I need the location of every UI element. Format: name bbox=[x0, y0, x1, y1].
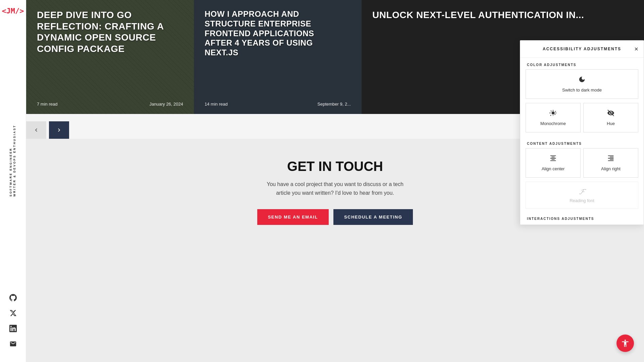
contact-subtitle: You have a cool project that you want to… bbox=[265, 180, 406, 197]
meeting-button[interactable]: SCHEDULE A MEETING bbox=[333, 209, 413, 225]
hue-button[interactable]: Hue bbox=[583, 103, 638, 132]
email-button[interactable]: SEND ME AN EMAIL bbox=[257, 209, 329, 225]
panel-title: ACCESSIBILITY ADJUSTMENTS bbox=[543, 47, 621, 51]
reading-font-container: 𝓕 Reading font bbox=[520, 182, 644, 213]
card-1-title: DEEP DIVE INTO GO REFLECTION: CRAFTING A… bbox=[37, 9, 168, 54]
align-right-button[interactable]: Align right bbox=[583, 148, 638, 178]
card-2-date: September 9, 2... bbox=[317, 102, 351, 107]
contact-title: GET IN TOUCH bbox=[287, 159, 383, 174]
color-section-label: COLOR ADJUSTMENTS bbox=[520, 58, 644, 69]
dark-mode-container: Switch to dark mode bbox=[520, 69, 644, 103]
card-2-read-time: 14 min read bbox=[205, 102, 228, 107]
accessibility-panel: ACCESSIBILITY ADJUSTMENTS × COLOR ADJUST… bbox=[520, 40, 644, 225]
align-right-label: Align right bbox=[601, 166, 621, 171]
card-2-title: HOW I APPROACH AND STRUCTURE ENTERPRISE … bbox=[205, 9, 336, 58]
hue-label: Hue bbox=[607, 121, 615, 126]
sidebar: <JM/> SOFTWARE ENGINEER WRITER & DEVOPS … bbox=[0, 0, 26, 362]
monochrome-icon bbox=[549, 109, 557, 118]
sidebar-label: SOFTWARE ENGINEER WRITER & DEVOPS ENTHUS… bbox=[9, 125, 16, 196]
accessibility-fab-button[interactable] bbox=[616, 335, 634, 352]
logo[interactable]: <JM/> bbox=[2, 7, 24, 15]
align-right-icon bbox=[607, 155, 614, 164]
card-2-meta: 14 min read September 9, 2... bbox=[205, 102, 351, 107]
dark-mode-button[interactable]: Switch to dark mode bbox=[526, 69, 638, 99]
card-2[interactable]: HOW I APPROACH AND STRUCTURE ENTERPRISE … bbox=[194, 0, 362, 114]
reading-font-button[interactable]: 𝓕 Reading font bbox=[526, 182, 638, 209]
align-center-label: Align center bbox=[542, 166, 565, 171]
cta-buttons: SEND ME AN EMAIL SCHEDULE A MEETING bbox=[257, 209, 413, 225]
next-button[interactable] bbox=[49, 121, 69, 139]
color-options: Monochrome Hue bbox=[520, 103, 644, 136]
content-options: Align center Align right bbox=[520, 148, 644, 182]
panel-close-button[interactable]: × bbox=[634, 46, 638, 52]
sidebar-icons bbox=[8, 293, 18, 349]
interactions-section-label: INTERACTIONS ADJUSTMENTS bbox=[520, 213, 644, 225]
twitter-x-icon[interactable] bbox=[8, 308, 18, 318]
card-1[interactable]: DEEP DIVE INTO GO REFLECTION: CRAFTING A… bbox=[26, 0, 194, 114]
monochrome-label: Monochrome bbox=[540, 121, 566, 126]
prev-button[interactable] bbox=[26, 121, 46, 139]
github-icon[interactable] bbox=[8, 293, 18, 302]
align-center-icon bbox=[549, 155, 557, 164]
card-1-date: January 26, 2024 bbox=[150, 102, 183, 107]
reading-font-label: Reading font bbox=[570, 198, 594, 203]
dark-mode-label: Switch to dark mode bbox=[562, 87, 602, 93]
dark-mode-icon bbox=[578, 76, 586, 85]
content-section-label: CONTENT ADJUSTMENTS bbox=[520, 136, 644, 148]
hue-icon bbox=[607, 109, 614, 118]
card-1-meta: 7 min read January 26, 2024 bbox=[37, 102, 183, 107]
sidebar-label-container: SOFTWARE ENGINEER WRITER & DEVOPS ENTHUS… bbox=[9, 28, 16, 293]
align-center-button[interactable]: Align center bbox=[526, 148, 581, 178]
linkedin-icon[interactable] bbox=[8, 324, 18, 333]
card-1-read-time: 7 min read bbox=[37, 102, 57, 107]
email-icon[interactable] bbox=[8, 339, 18, 349]
panel-header: ACCESSIBILITY ADJUSTMENTS × bbox=[520, 41, 644, 58]
card-3-title: UNLOCK NEXT-LEVEL AUTHENTICATION IN... bbox=[372, 9, 607, 21]
reading-font-icon: 𝓕 bbox=[579, 187, 585, 196]
monochrome-button[interactable]: Monochrome bbox=[526, 103, 581, 132]
